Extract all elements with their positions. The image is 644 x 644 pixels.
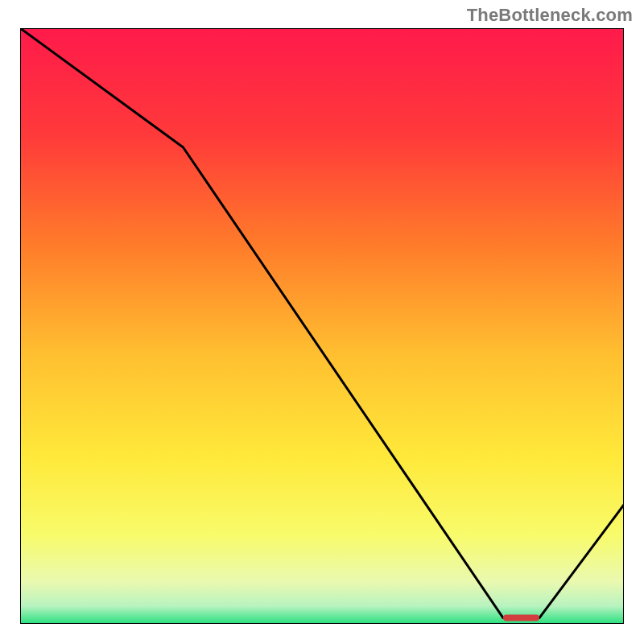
chart-container: TheBottleneck.com xyxy=(0,0,644,644)
optimum-marker xyxy=(503,615,539,621)
bottleneck-chart xyxy=(20,28,624,624)
chart-background xyxy=(20,28,624,624)
watermark-text: TheBottleneck.com xyxy=(467,5,633,26)
chart-svg xyxy=(20,28,624,624)
